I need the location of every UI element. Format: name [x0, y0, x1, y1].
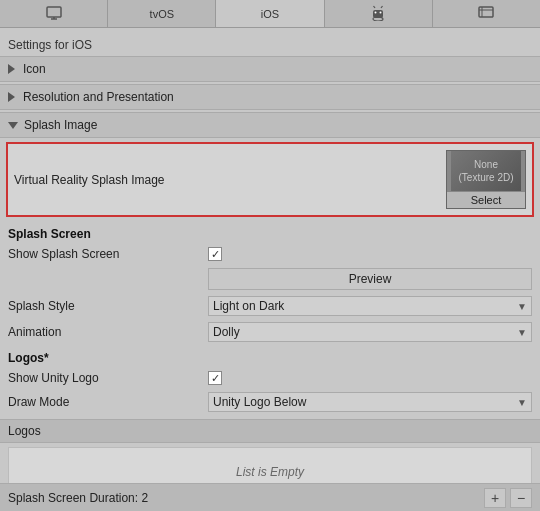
window: tvOS iOS: [0, 0, 540, 511]
logos-list-header: Logos: [0, 419, 540, 443]
resolution-section-header[interactable]: Resolution and Presentation: [0, 84, 540, 110]
splash-duration-label: Splash Screen Duration: 2: [8, 491, 148, 505]
splash-image-section-label: Splash Image: [24, 118, 97, 132]
web-icon: [478, 5, 494, 23]
dropdown-arrow-icon3: ▼: [517, 397, 527, 408]
tab-tvos[interactable]: tvOS: [108, 0, 216, 27]
draw-mode-row: Draw Mode Unity Logo Below ▼: [0, 389, 540, 415]
splash-screen-header: Splash Screen: [0, 221, 540, 243]
tab-tvos-label: tvOS: [150, 8, 174, 20]
icon-section: Icon: [0, 56, 540, 82]
arrow-right-icon2: [8, 92, 15, 102]
remove-button[interactable]: −: [510, 488, 532, 508]
show-unity-checkbox[interactable]: [208, 371, 222, 385]
show-unity-label: Show Unity Logo: [8, 371, 208, 385]
resolution-section-label: Resolution and Presentation: [23, 90, 174, 104]
splash-style-value: Light on Dark ▼: [208, 296, 532, 316]
add-button[interactable]: +: [484, 488, 506, 508]
resolution-section: Resolution and Presentation: [0, 84, 540, 110]
splash-image-section: Splash Image Virtual Reality Splash Imag…: [0, 112, 540, 217]
animation-row: Animation Dolly ▼: [0, 319, 540, 345]
dropdown-arrow-icon: ▼: [517, 301, 527, 312]
preview-row: Preview: [0, 265, 540, 293]
dropdown-arrow-icon2: ▼: [517, 327, 527, 338]
icon-section-header[interactable]: Icon: [0, 56, 540, 82]
show-splash-checkbox[interactable]: [208, 247, 222, 261]
monitor-icon: [46, 6, 62, 22]
arrow-right-icon: [8, 64, 15, 74]
splash-screen-section: Splash Screen Show Splash Screen Preview…: [0, 221, 540, 345]
texture-preview: None(Texture 2D): [451, 151, 521, 191]
logos-section-header: Logos*: [0, 345, 540, 367]
list-empty-label: List is Empty: [236, 465, 304, 479]
show-splash-label: Show Splash Screen: [8, 247, 208, 261]
draw-mode-dropdown[interactable]: Unity Logo Below ▼: [208, 392, 532, 412]
show-unity-value: [208, 371, 532, 385]
arrow-down-icon: [8, 122, 18, 129]
splash-image-section-header[interactable]: Splash Image: [0, 112, 540, 138]
splash-style-selected: Light on Dark: [213, 299, 284, 313]
draw-mode-label: Draw Mode: [8, 395, 208, 409]
page-title: Settings for iOS: [0, 34, 540, 56]
svg-rect-0: [47, 7, 61, 17]
splash-style-dropdown[interactable]: Light on Dark ▼: [208, 296, 532, 316]
vr-splash-label: Virtual Reality Splash Image: [14, 173, 165, 187]
show-unity-logo-row: Show Unity Logo: [0, 367, 540, 389]
svg-line-7: [374, 6, 376, 8]
animation-selected: Dolly: [213, 325, 240, 339]
splash-style-row: Splash Style Light on Dark ▼: [0, 293, 540, 319]
splash-style-label: Splash Style: [8, 299, 208, 313]
draw-mode-value: Unity Logo Below ▼: [208, 392, 532, 412]
bottom-buttons: + −: [484, 488, 532, 508]
content-area: Settings for iOS Icon Resolution and Pre…: [0, 28, 540, 483]
draw-mode-selected: Unity Logo Below: [213, 395, 306, 409]
android-icon: [371, 5, 385, 23]
animation-dropdown[interactable]: Dolly ▼: [208, 322, 532, 342]
animation-value: Dolly ▼: [208, 322, 532, 342]
show-splash-value: [208, 247, 532, 261]
svg-rect-9: [479, 7, 493, 17]
svg-rect-4: [373, 10, 383, 18]
tab-ios[interactable]: iOS: [216, 0, 324, 27]
logos-list-area: List is Empty: [8, 447, 532, 483]
bottom-bar: Splash Screen Duration: 2 + −: [0, 483, 540, 511]
tab-ios-label: iOS: [261, 8, 279, 20]
show-splash-row: Show Splash Screen: [0, 243, 540, 265]
tab-android[interactable]: [325, 0, 433, 27]
logos-section: Logos* Show Unity Logo Draw Mode Unity L…: [0, 345, 540, 483]
tab-bar: tvOS iOS: [0, 0, 540, 28]
tab-display[interactable]: [0, 0, 108, 27]
svg-point-6: [380, 11, 382, 13]
svg-line-8: [381, 6, 383, 8]
select-texture-button[interactable]: Select: [447, 191, 525, 208]
svg-point-5: [375, 11, 377, 13]
animation-label: Animation: [8, 325, 208, 339]
vr-splash-image-row: Virtual Reality Splash Image None(Textur…: [14, 150, 526, 209]
vr-splash-image-container: Virtual Reality Splash Image None(Textur…: [6, 142, 534, 217]
icon-section-label: Icon: [23, 62, 46, 76]
preview-button[interactable]: Preview: [208, 268, 532, 290]
texture-none-label: None(Texture 2D): [458, 158, 513, 184]
tab-web[interactable]: [433, 0, 540, 27]
texture-2d-box: None(Texture 2D) Select: [446, 150, 526, 209]
